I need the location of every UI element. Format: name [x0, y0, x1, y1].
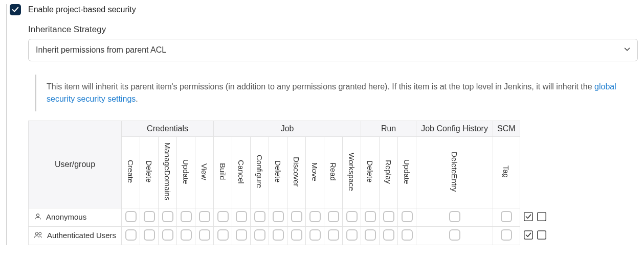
table-row-anonymous: Anonymous	[29, 208, 551, 227]
perm-checkbox[interactable]	[199, 229, 210, 241]
perm-cred-create: Create	[122, 137, 140, 208]
perm-checkbox[interactable]	[162, 229, 173, 241]
perm-run-replay: Replay	[380, 137, 398, 208]
chevron-down-icon	[623, 45, 632, 56]
perm-checkbox[interactable]	[273, 229, 284, 241]
perm-checkbox[interactable]	[254, 211, 265, 222]
perm-checkbox[interactable]	[162, 211, 173, 222]
svg-rect-6	[538, 231, 546, 239]
perm-cred-view: View	[195, 137, 214, 208]
perm-checkbox[interactable]	[125, 211, 137, 222]
unselect-all-button[interactable]	[537, 230, 547, 242]
perm-checkbox[interactable]	[125, 229, 137, 241]
perm-checkbox[interactable]	[346, 229, 358, 241]
perm-checkbox[interactable]	[217, 229, 229, 241]
perm-checkbox[interactable]	[144, 229, 155, 241]
header-actions	[520, 121, 551, 208]
svg-rect-1	[524, 212, 532, 221]
select-all-button[interactable]	[523, 211, 534, 223]
user-icon	[34, 212, 42, 221]
header-job: Job	[214, 121, 361, 137]
enable-security-checkbox[interactable]	[10, 4, 21, 15]
table-row-authenticated: Authenticated Users	[29, 227, 551, 245]
perm-checkbox[interactable]	[181, 211, 192, 222]
perm-cred-manage: ManageDomains	[159, 137, 177, 208]
row-name-authenticated: Authenticated Users	[47, 231, 116, 240]
permissions-table: User/group Credentials Job Run Job Confi…	[28, 121, 551, 245]
perm-checkbox[interactable]	[365, 229, 376, 241]
inheritance-strategy-select[interactable]: Inherit permissions from parent ACL	[28, 39, 638, 61]
svg-point-3	[35, 232, 38, 235]
users-icon	[34, 231, 43, 239]
perm-checkbox[interactable]	[309, 229, 321, 241]
perm-checkbox[interactable]	[199, 211, 210, 222]
perm-checkbox[interactable]	[144, 211, 155, 222]
perm-checkbox[interactable]	[402, 229, 413, 241]
unselect-all-icon	[537, 230, 547, 240]
perm-checkbox[interactable]	[309, 211, 321, 222]
svg-rect-5	[524, 231, 532, 239]
perm-checkbox[interactable]	[346, 211, 358, 222]
perm-checkbox[interactable]	[254, 229, 265, 241]
svg-point-4	[39, 232, 41, 235]
perm-checkbox[interactable]	[383, 229, 394, 241]
perm-run-delete: Delete	[361, 137, 380, 208]
perm-job-workspace: Workspace	[343, 137, 361, 208]
select-all-icon	[523, 230, 534, 240]
enable-security-row: Enable project-based security	[10, 4, 638, 15]
perm-job-configure: Configure	[251, 137, 269, 208]
perm-checkbox[interactable]	[291, 229, 302, 241]
perm-checkbox[interactable]	[291, 211, 302, 222]
perm-checkbox[interactable]	[449, 211, 460, 222]
inheritance-info-suffix: .	[136, 94, 138, 103]
perm-checkbox[interactable]	[328, 211, 339, 222]
perm-job-delete: Delete	[269, 137, 287, 208]
perm-checkbox[interactable]	[181, 229, 192, 241]
inheritance-strategy-value: Inherit permissions from parent ACL	[36, 45, 166, 55]
perm-checkbox[interactable]	[217, 211, 229, 222]
header-scm: SCM	[493, 121, 520, 137]
perm-checkbox[interactable]	[365, 211, 376, 222]
select-all-icon	[523, 211, 534, 222]
inheritance-strategy-label: Inheritance Strategy	[28, 25, 638, 35]
perm-run-update: Update	[398, 137, 416, 208]
enable-security-label: Enable project-based security	[28, 5, 136, 14]
header-history: Job Config History	[416, 121, 493, 137]
perm-job-discover: Discover	[287, 137, 306, 208]
inheritance-info-prefix: This item will inherit its parent item's…	[47, 82, 594, 91]
check-icon	[12, 6, 19, 13]
perm-checkbox[interactable]	[328, 229, 339, 241]
perm-job-build: Build	[214, 137, 232, 208]
header-user-group: User/group	[29, 121, 122, 208]
perm-checkbox[interactable]	[273, 211, 284, 222]
svg-rect-2	[538, 212, 546, 221]
perm-cred-update: Update	[177, 137, 195, 208]
perm-scm-tag: Tag	[493, 137, 520, 208]
header-run: Run	[361, 121, 416, 137]
perm-checkbox[interactable]	[236, 229, 247, 241]
unselect-all-icon	[537, 211, 547, 222]
inheritance-info: This item will inherit its parent item's…	[35, 75, 638, 111]
perm-checkbox[interactable]	[449, 229, 460, 241]
header-credentials: Credentials	[122, 121, 214, 137]
perm-cred-delete: Delete	[140, 137, 159, 208]
perm-checkbox[interactable]	[501, 229, 512, 241]
perm-history-delete: DeleteEntry	[416, 137, 493, 208]
svg-point-0	[36, 214, 39, 217]
perm-checkbox[interactable]	[501, 211, 512, 222]
perm-job-cancel: Cancel	[232, 137, 251, 208]
select-all-button[interactable]	[523, 230, 534, 242]
row-name-anonymous: Anonymous	[46, 212, 86, 221]
unselect-all-button[interactable]	[537, 211, 547, 223]
perm-checkbox[interactable]	[236, 211, 247, 222]
perm-checkbox[interactable]	[402, 211, 413, 222]
perm-job-read: Read	[324, 137, 343, 208]
perm-checkbox[interactable]	[383, 211, 394, 222]
perm-job-move: Move	[306, 137, 324, 208]
